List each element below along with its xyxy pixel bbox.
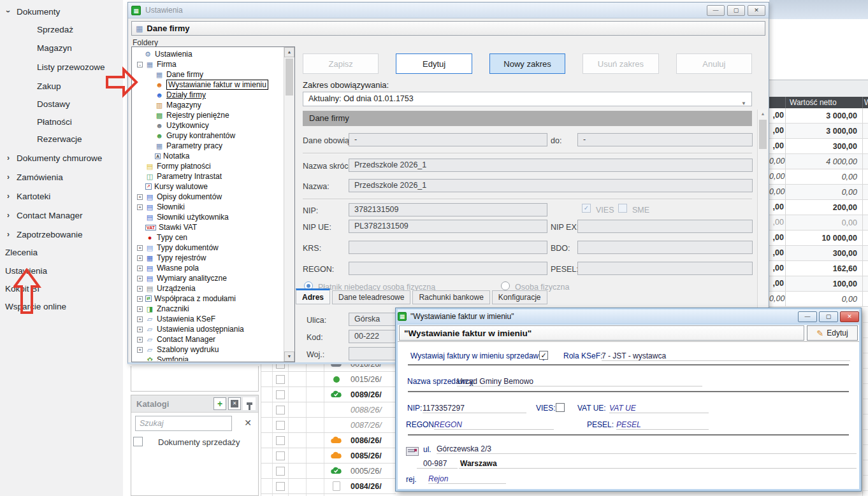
table-row[interactable]: 0086/26/ bbox=[261, 433, 396, 448]
scroll-up-icon[interactable]: ▲ bbox=[284, 47, 294, 57]
tree-item-szablony-wydruku[interactable]: +▱Szablony wydruku bbox=[133, 344, 283, 355]
tree-expander-icon[interactable]: + bbox=[137, 306, 143, 312]
minimize-button[interactable]: — bbox=[707, 5, 725, 16]
sidebar-item-dokumenty[interactable]: ›Dokumenty bbox=[0, 4, 123, 19]
tab-rachunki-bankowe[interactable]: Rachunki bankowe bbox=[412, 290, 489, 304]
maximize-button[interactable]: ▢ bbox=[727, 5, 745, 16]
tree-item-typy-dokument-w[interactable]: +▤Typy dokumentów bbox=[133, 243, 283, 253]
tree-item-symfonia[interactable]: ✿Symfonia bbox=[133, 355, 283, 361]
tree-item-grupy-kontrahent-w[interactable]: ☻Grupy kontrahentów bbox=[133, 131, 283, 141]
sidebar-item-dokumenty-chmurowe[interactable]: ›Dokumenty chmurowe bbox=[0, 150, 123, 166]
close-button[interactable]: ✕ bbox=[748, 5, 765, 16]
tree-item-formy-p-atno-ci[interactable]: ▤Formy płatności bbox=[133, 161, 283, 171]
city-value[interactable]: Warszawa bbox=[459, 459, 857, 469]
tree-scrollbar-thumb[interactable] bbox=[286, 59, 293, 96]
table-row[interactable]: 0085/26/ bbox=[261, 448, 396, 464]
regon-placeholder[interactable]: REGON bbox=[434, 420, 554, 430]
tree-item-magazyny[interactable]: ▥Magazyny bbox=[133, 100, 283, 110]
sidebar-item-dostawy[interactable]: Dostawy bbox=[0, 96, 123, 111]
dialog-titlebar[interactable]: ▦ "Wystawianie faktur w imieniu" — ▢ ✕ bbox=[398, 309, 859, 323]
tree-item-parametry-intrastat[interactable]: ◫Parametry Intrastat bbox=[133, 171, 283, 181]
tree-item-wystawianie-faktur-w-imieniu[interactable]: ☻Wystawianie faktur w imieniu bbox=[133, 80, 283, 90]
krs-input[interactable] bbox=[349, 241, 547, 254]
catalog-search-input[interactable]: Szukaj bbox=[135, 416, 232, 431]
table-row[interactable]: ,003 000,00 bbox=[769, 108, 868, 124]
tree-scrollbar[interactable]: ▲ ▼ bbox=[284, 47, 294, 362]
vatue-placeholder[interactable]: VAT UE bbox=[609, 404, 709, 413]
table-row[interactable]: ,003 000,00 bbox=[769, 124, 868, 139]
table-row[interactable]: ,0010 000,00 bbox=[769, 230, 868, 246]
save-button[interactable]: Zapisz bbox=[303, 53, 379, 74]
row-checkbox[interactable] bbox=[276, 482, 285, 491]
issue-invoices-checkbox[interactable]: ✓ bbox=[539, 351, 548, 360]
tree-item-rejestry-pieni-ne[interactable]: ▩Rejestry pieniężne bbox=[133, 110, 283, 120]
tree-item-dane-firmy[interactable]: ▦Dane firmy bbox=[133, 69, 283, 80]
minimize-button[interactable]: — bbox=[798, 311, 817, 322]
table-row[interactable]: 0016/26/ bbox=[261, 364, 396, 372]
tree-item-typy-cen[interactable]: ●Typy cen bbox=[133, 232, 283, 243]
valid-from-input[interactable]: - bbox=[349, 133, 547, 146]
tree-expander-icon[interactable]: + bbox=[137, 337, 143, 343]
nip-input[interactable]: 3782131509 bbox=[349, 203, 547, 216]
tree-expander-icon[interactable]: + bbox=[137, 204, 143, 210]
scope-dropdown[interactable]: Aktualny: Od dnia 01.01.1753 ▼ bbox=[303, 92, 752, 106]
vies-checkbox[interactable] bbox=[556, 403, 565, 412]
table-row[interactable]: 0084/26/ bbox=[261, 479, 396, 494]
tree-item-ustawienia[interactable]: ⚙Ustawienia bbox=[133, 49, 283, 59]
tree-expander-icon[interactable]: + bbox=[137, 316, 143, 322]
tree-item-firma[interactable]: -▦Firma bbox=[133, 59, 283, 69]
valid-to-input[interactable]: - bbox=[577, 133, 753, 146]
table-row[interactable]: 0087/26/ bbox=[261, 418, 396, 433]
vies-checkbox[interactable]: ✓ bbox=[582, 204, 591, 213]
tree-item-opisy-dokument-w[interactable]: +▤Opisy dokumentów bbox=[133, 192, 283, 202]
tree-item-urz-dzenia[interactable]: +▤Urządzenia bbox=[133, 283, 283, 294]
table-row[interactable]: 0015/26/ bbox=[261, 372, 396, 387]
tree-item-notatka[interactable]: ANotatka bbox=[133, 151, 283, 161]
seller-name-value[interactable]: Urząd Gminy Bemowo bbox=[457, 377, 702, 386]
close-button[interactable]: ✕ bbox=[840, 311, 859, 322]
tree-expander-icon[interactable]: + bbox=[137, 266, 143, 271]
table-row[interactable]: 0,004 000,00 bbox=[769, 154, 868, 169]
tree-expander-icon[interactable]: + bbox=[137, 245, 143, 251]
tree-item-ustawienia-udost-pniania[interactable]: +▱Ustawienia udostępniania bbox=[133, 324, 283, 334]
tree-item-contact-manager[interactable]: +▱Contact Manager bbox=[133, 334, 283, 344]
sidebar-item-kartoteki[interactable]: ›Kartoteki bbox=[0, 188, 123, 204]
form-scrollbar-thumb[interactable] bbox=[759, 120, 767, 149]
row-checkbox[interactable] bbox=[276, 390, 285, 399]
tree-expander-icon[interactable]: + bbox=[137, 327, 143, 332]
table-row[interactable]: ,00162,60 bbox=[769, 261, 868, 276]
table-row[interactable]: ,00300,00 bbox=[769, 139, 868, 154]
name-input[interactable]: Przedszkole 2026_1 bbox=[349, 179, 753, 192]
tree-item-wymiary-analityczne[interactable]: +▤Wymiary analityczne bbox=[133, 273, 283, 283]
ksef-role-value[interactable]: 7 - JST - wystawca bbox=[602, 351, 850, 361]
tree-item-s-owniki-u-ytkownika[interactable]: ▤Słowniki użytkownika bbox=[133, 212, 283, 222]
tree-item-wsp-praca-z-modu-ami[interactable]: +⇄Współpraca z modułami bbox=[133, 294, 283, 304]
tab-konfiguracje[interactable]: Konfiguracje bbox=[492, 290, 547, 304]
sidebar-item-sprzeda-[interactable]: Sprzedaż bbox=[0, 22, 123, 37]
add-catalog-button[interactable]: + bbox=[213, 397, 226, 410]
tree-item-parametry-pracy[interactable]: ▦Parametry pracy bbox=[133, 141, 283, 151]
tree-item-s-owniki[interactable]: +▤Słowniki bbox=[133, 202, 283, 212]
dialog-edit-button[interactable]: ✎ Edytuj bbox=[807, 325, 858, 341]
catalog-item-checkbox[interactable] bbox=[133, 437, 143, 446]
rej-placeholder[interactable]: Rejon bbox=[428, 474, 506, 484]
delete-catalog-button[interactable]: ✕ bbox=[228, 397, 241, 410]
row-checkbox[interactable] bbox=[276, 375, 285, 384]
nipue-input[interactable]: PL3782131509 bbox=[349, 220, 547, 233]
pesel-input[interactable] bbox=[577, 262, 753, 275]
scroll-up-icon[interactable]: ▲ bbox=[758, 110, 767, 118]
zip-value[interactable]: 00-987 bbox=[417, 459, 458, 469]
edit-button[interactable]: Edytuj bbox=[396, 53, 472, 74]
table-row[interactable]: 0,000,00 bbox=[769, 292, 868, 307]
table-row[interactable]: 0005/26/ bbox=[261, 464, 396, 479]
tree-expander-icon[interactable]: + bbox=[137, 347, 143, 353]
tab-adres[interactable]: Adres bbox=[296, 288, 330, 304]
tree-item-typy-rejestr-w[interactable]: +▦Typy rejestrów bbox=[133, 253, 283, 263]
sidebar-item-contact-manager[interactable]: ›Contact Manager bbox=[0, 208, 123, 223]
sidebar-item-listy-przewozowe[interactable]: Listy przewozowe bbox=[0, 59, 123, 74]
tree-item-kursy-walutowe[interactable]: ↗Kursy walutowe bbox=[133, 181, 283, 192]
sidebar-item-zam-wienia[interactable]: ›Zamówienia bbox=[0, 169, 123, 185]
catalog-tree-item[interactable]: Dokumenty sprzedaży bbox=[131, 434, 258, 453]
table-row[interactable]: ,00100,00 bbox=[769, 276, 868, 292]
sidebar-item-zlecenia[interactable]: Zlecenia bbox=[0, 244, 123, 260]
